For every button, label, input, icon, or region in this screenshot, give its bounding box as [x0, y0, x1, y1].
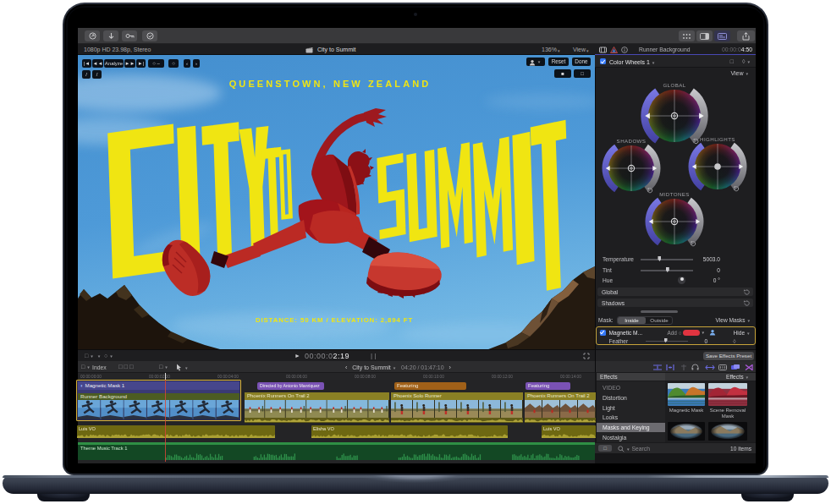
svg-text:QUEENSTOWN, NEW ZEALAND: QUEENSTOWN, NEW ZEALAND [229, 79, 432, 89]
svg-text:DISTANCE: 50 KM / ELEVATION: 2: DISTANCE: 50 KM / ELEVATION: 2,894 FT [256, 316, 413, 324]
